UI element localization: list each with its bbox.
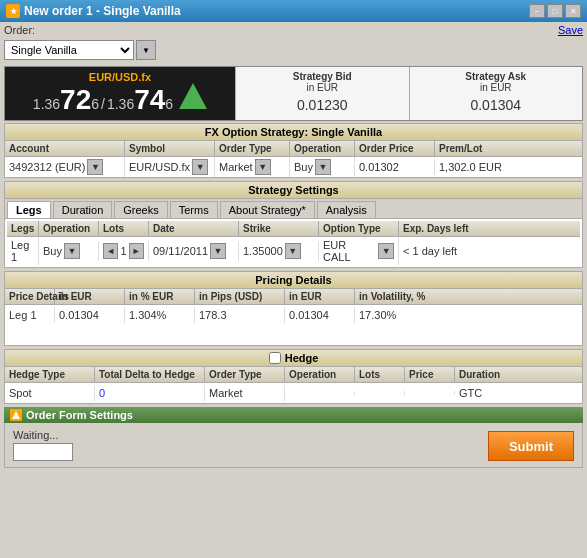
hedge-col-lots: Lots <box>355 367 405 382</box>
legs-col-operation: Operation <box>39 221 99 236</box>
fx-account-cell: 3492312 (EUR) ▼ <box>5 157 125 177</box>
legs-col-lots: Lots <box>99 221 149 236</box>
fx-orderprice-value: 0.01302 <box>359 161 399 173</box>
tab-legs[interactable]: Legs <box>7 201 51 218</box>
fx-ordertype-value: Market <box>219 161 253 173</box>
save-link[interactable]: Save <box>558 24 583 36</box>
ordertype-dropdown-btn[interactable]: ▼ <box>255 159 271 175</box>
waiting-area: Waiting... <box>13 429 73 461</box>
leg-lots-value: 1 <box>120 245 126 257</box>
hedge-col-dur: Duration <box>455 367 582 382</box>
leg-date-value: 09/11/2011 <box>153 245 208 257</box>
leg-op-btn[interactable]: ▼ <box>64 243 80 259</box>
pd-in-pcteur: 1.304% <box>125 307 195 323</box>
pd-leg-label: Leg 1 <box>5 307 55 323</box>
legs-col-date: Date <box>149 221 239 236</box>
price-sub2: 6 <box>165 96 173 112</box>
leg-opttype: EUR CALL ▼ <box>319 237 399 265</box>
symbol-dropdown-btn[interactable]: ▼ <box>192 159 208 175</box>
leg-lots-up[interactable]: ► <box>129 243 144 259</box>
legs-header-row: Legs Operation Lots Date Strike Option T… <box>7 221 580 237</box>
tab-duration[interactable]: Duration <box>53 201 113 218</box>
order-row: Order: Save <box>0 22 587 38</box>
fx-data-row: 3492312 (EUR) ▼ EUR/USD.fx ▼ Market ▼ Bu… <box>5 157 582 177</box>
leg-name: Leg 1 <box>7 237 39 265</box>
fx-col-account: Account <box>5 141 125 156</box>
tab-about-strategy[interactable]: About Strategy* <box>220 201 315 218</box>
leg-strike-value: 1.35000 <box>243 245 283 257</box>
leg-opttype-btn[interactable]: ▼ <box>378 243 394 259</box>
hedge-checkbox[interactable] <box>269 352 281 364</box>
submit-button[interactable]: Submit <box>488 431 574 461</box>
window-title: New order 1 - Single Vanilla <box>24 4 181 18</box>
fx-symbol-value: EUR/USD.fx <box>129 161 190 173</box>
strategy-ask-col: Strategy Ask in EUR 0.01304 <box>409 67 583 120</box>
account-dropdown-btn[interactable]: ▼ <box>87 159 103 175</box>
leg-date: 09/11/2011 ▼ <box>149 241 239 261</box>
order-form-section: Waiting... Submit <box>4 423 583 468</box>
hedge-header: Hedge <box>5 350 582 367</box>
tab-greeks[interactable]: Greeks <box>114 201 167 218</box>
strategy-ask-label: Strategy Ask <box>412 71 581 82</box>
fx-operation-value: Buy <box>294 161 313 173</box>
order-dropdown-btn[interactable]: ▼ <box>136 40 156 60</box>
fx-col-ordertype: Order Type <box>215 141 290 156</box>
window-controls: − □ ✕ <box>529 4 581 18</box>
leg-lots: ◄ 1 ► <box>99 241 149 261</box>
tab-content-legs: Legs Operation Lots Date Strike Option T… <box>5 219 582 267</box>
order-label: Order: <box>4 24 35 36</box>
leg-operation: Buy ▼ <box>39 241 99 261</box>
leg-strike-btn[interactable]: ▼ <box>285 243 301 259</box>
price-display: 1.36 72 6 / 1.36 74 6 <box>33 83 207 116</box>
legs-data-row: Leg 1 Buy ▼ ◄ 1 ► 09/11/2011 ▼ 1.35000 ▼… <box>7 237 580 265</box>
hedge-col-ordertype: Order Type <box>205 367 285 382</box>
fx-symbol-cell: EUR/USD.fx ▼ <box>125 157 215 177</box>
pd-col-eur: in EUR <box>55 289 125 304</box>
fx-operation-cell: Buy ▼ <box>290 157 355 177</box>
leg-date-btn[interactable]: ▼ <box>210 243 226 259</box>
tab-terms[interactable]: Terms <box>170 201 218 218</box>
waiting-input[interactable] <box>13 443 73 461</box>
order-form-title: Order Form Settings <box>26 409 133 421</box>
fx-col-symbol: Symbol <box>125 141 215 156</box>
fx-col-premlot: Prem/Lot <box>435 141 582 156</box>
tabs-header: Legs Duration Greeks Terms About Strateg… <box>5 199 582 219</box>
pd-col-label: Price Details <box>5 289 55 304</box>
pd-in-pips: 178.3 <box>195 307 285 323</box>
legs-col-leg: Legs <box>7 221 39 236</box>
strategy-ask-value: 0.01304 <box>412 97 581 113</box>
pd-col-pcteur: in % EUR <box>125 289 195 304</box>
fx-ordertype-cell: Market ▼ <box>215 157 290 177</box>
fx-header-row: Account Symbol Order Type Operation Orde… <box>5 141 582 157</box>
operation-dropdown-btn[interactable]: ▼ <box>315 159 331 175</box>
pricing-data-row: Leg 1 0.01304 1.304% 178.3 0.01304 17.30… <box>5 305 582 325</box>
hedge-col-type: Hedge Type <box>5 367 95 382</box>
hedge-col-delta: Total Delta to Hedge <box>95 367 205 382</box>
hedge-op-value <box>285 391 355 395</box>
fx-premlot-cell: 1,302.0 EUR <box>435 159 582 175</box>
leg-strike: 1.35000 ▼ <box>239 241 319 261</box>
waiting-label: Waiting... <box>13 429 73 441</box>
hedge-col-price: Price <box>405 367 455 382</box>
order-form-header: Order Form Settings <box>4 407 583 423</box>
pricing-header-row: Price Details in EUR in % EUR in Pips (U… <box>5 289 582 305</box>
pd-in-vol: 17.30% <box>355 307 582 323</box>
hedge-delta-value: 0 <box>95 385 205 401</box>
hedge-data-row: Spot 0 Market GTC <box>5 383 582 403</box>
leg-expdays: < 1 day left <box>399 243 580 259</box>
pd-col-vol: in Volatility, % <box>355 289 582 304</box>
price-left: EUR/USD.fx 1.36 72 6 / 1.36 74 6 <box>5 67 235 120</box>
leg-lots-down[interactable]: ◄ <box>103 243 118 259</box>
maximize-button[interactable]: □ <box>547 4 563 18</box>
legs-col-opttype: Option Type <box>319 221 399 236</box>
fx-orderprice-cell: 0.01302 <box>355 159 435 175</box>
order-form-icon <box>10 409 22 421</box>
minimize-button[interactable]: − <box>529 4 545 18</box>
order-select[interactable]: Single Vanilla <box>4 40 134 60</box>
pd-in-eur: 0.01304 <box>55 307 125 323</box>
close-button[interactable]: ✕ <box>565 4 581 18</box>
app-icon: ★ <box>6 4 20 18</box>
tab-analysis[interactable]: Analysis <box>317 201 376 218</box>
price-panel: EUR/USD.fx 1.36 72 6 / 1.36 74 6 Strateg… <box>4 66 583 121</box>
svg-marker-0 <box>12 411 20 419</box>
